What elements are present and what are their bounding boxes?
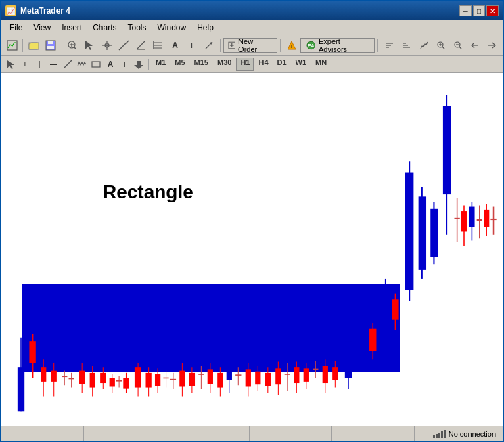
svg-rect-83 (179, 371, 185, 387)
rect-tool[interactable] (89, 58, 103, 71)
svg-line-45 (64, 60, 72, 68)
new-order-button[interactable]: New Order (223, 38, 278, 53)
svg-rect-123 (382, 286, 389, 327)
svg-rect-97 (246, 369, 251, 386)
trendline-tool[interactable] (61, 58, 74, 71)
svg-rect-125 (392, 299, 398, 319)
status-seg-5 (332, 426, 415, 441)
svg-rect-75 (145, 373, 151, 388)
svg-rect-61 (79, 371, 85, 384)
zoom-out-icon[interactable] (450, 37, 465, 53)
menu-view[interactable]: View (28, 22, 56, 34)
svg-rect-51 (29, 341, 35, 363)
svg-rect-109 (304, 368, 309, 382)
chart-area[interactable]: Rectangle (1, 73, 503, 426)
toolbar-separator (22, 39, 23, 52)
save-button[interactable] (43, 37, 58, 53)
svg-rect-77 (155, 374, 160, 386)
svg-rect-49 (18, 367, 24, 411)
arrow-tool[interactable] (201, 37, 216, 53)
svg-rect-103 (275, 368, 281, 384)
svg-marker-44 (7, 60, 14, 69)
svg-rect-71 (123, 378, 129, 388)
crosshair-tool2[interactable]: + (18, 58, 32, 71)
label-tool[interactable]: T (184, 37, 200, 53)
svg-rect-55 (51, 371, 57, 382)
fib-tool[interactable] (150, 37, 166, 53)
svg-marker-9 (85, 41, 93, 50)
svg-rect-63 (90, 373, 95, 388)
menu-help[interactable]: Help (191, 22, 219, 34)
toolbar2-sep (148, 59, 149, 70)
toolbar-separator4 (280, 39, 281, 52)
title-bar-left: 📈 MetaTrader 4 (5, 5, 70, 16)
wave-tool[interactable] (75, 58, 89, 71)
new-chart-button[interactable] (4, 37, 20, 53)
status-seg-4 (250, 426, 332, 441)
angle-tool[interactable] (133, 37, 148, 53)
menu-tools[interactable]: Tools (122, 22, 152, 34)
vline-tool[interactable]: | (32, 58, 46, 71)
tf-m30[interactable]: M30 (213, 58, 235, 71)
svg-rect-139 (469, 207, 474, 227)
svg-line-41 (459, 47, 461, 49)
tf-h4[interactable]: H4 (254, 58, 272, 71)
svg-rect-131 (430, 209, 438, 257)
tf-m5[interactable]: M5 (170, 58, 189, 71)
svg-line-13 (119, 41, 129, 50)
alert-icon[interactable]: ! (283, 37, 299, 53)
tf-m15[interactable]: M15 (190, 58, 212, 71)
line-tool[interactable] (116, 37, 131, 53)
maximize-button[interactable]: □ (473, 5, 485, 16)
tf-h1[interactable]: H1 (236, 58, 254, 71)
status-seg-1 (1, 426, 84, 441)
label-tool2[interactable]: T (118, 58, 131, 71)
svg-rect-65 (100, 373, 106, 383)
svg-rect-121 (369, 329, 376, 351)
text-tool[interactable]: A (167, 37, 183, 53)
sort-asc-icon[interactable] (382, 37, 397, 53)
hline-tool[interactable]: — (47, 58, 60, 71)
menu-window[interactable]: Window (152, 22, 192, 34)
svg-rect-89 (208, 369, 213, 384)
chart-prop-icon[interactable] (416, 37, 432, 53)
svg-rect-101 (265, 373, 271, 386)
svg-rect-143 (484, 210, 489, 227)
open-button[interactable] (26, 37, 41, 53)
sort-desc-icon[interactable] (399, 37, 415, 53)
scroll-left-icon[interactable] (467, 37, 483, 53)
menu-file[interactable]: File (4, 22, 28, 34)
svg-rect-73 (135, 367, 141, 387)
text-tool2[interactable]: A (104, 58, 117, 71)
minimize-button[interactable]: ─ (459, 5, 472, 16)
svg-rect-107 (294, 367, 299, 383)
crosshair-tool[interactable] (99, 37, 114, 53)
svg-rect-53 (41, 367, 46, 382)
svg-rect-85 (189, 373, 195, 386)
tf-mn[interactable]: MN (311, 58, 331, 71)
menu-insert[interactable]: Insert (56, 22, 87, 34)
tf-m1[interactable]: M1 (152, 58, 170, 71)
close-button[interactable]: ✕ (486, 5, 499, 16)
tf-w1[interactable]: W1 (292, 58, 311, 71)
scroll-right-icon[interactable] (484, 37, 500, 53)
app-icon: 📈 (5, 5, 16, 16)
svg-rect-129 (419, 196, 426, 270)
connection-status: No connection (433, 430, 500, 438)
zoom-in-icon[interactable] (433, 37, 449, 53)
zoom-in-btn[interactable] (65, 37, 81, 53)
svg-rect-91 (217, 373, 223, 388)
menu-charts[interactable]: Charts (87, 22, 122, 34)
pointer-tool2[interactable] (4, 58, 18, 71)
svg-rect-99 (255, 372, 260, 385)
svg-rect-133 (443, 106, 451, 194)
toolbar-separator2 (62, 39, 62, 52)
svg-line-38 (442, 47, 444, 49)
status-seg-2 (84, 426, 166, 441)
tf-d1[interactable]: D1 (273, 58, 291, 71)
arrow-tool2[interactable] (132, 58, 145, 71)
pointer-tool[interactable] (82, 37, 97, 53)
svg-line-8 (74, 47, 76, 49)
expert-advisors-button[interactable]: EA Expert Advisors (300, 38, 374, 53)
svg-rect-113 (323, 366, 328, 383)
